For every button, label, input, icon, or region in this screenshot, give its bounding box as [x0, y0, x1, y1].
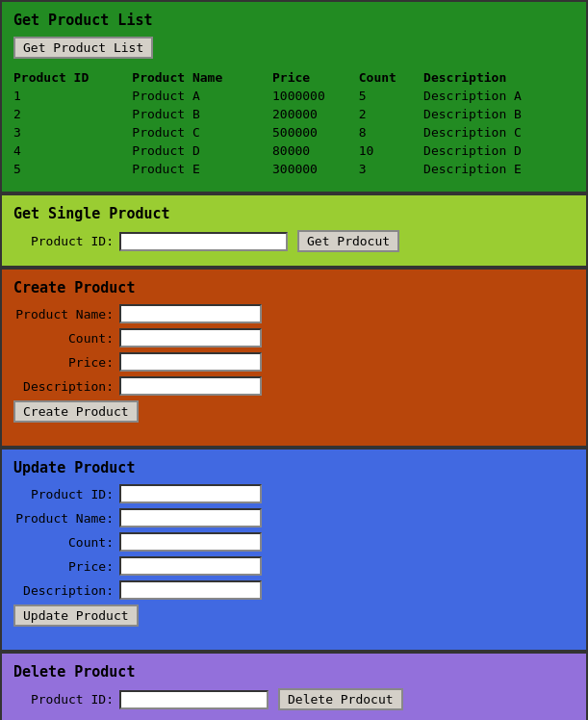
table-header-row: Product ID Product Name Price Count Desc… — [13, 68, 575, 87]
update-count-row: Count: — [13, 532, 575, 552]
cell-id: 4 — [13, 141, 132, 160]
delete-id-label: Product ID: — [13, 692, 119, 707]
col-header-count: Count — [359, 68, 423, 87]
col-header-name: Product Name — [132, 68, 272, 87]
delete-button[interactable]: Delete Prdocut — [278, 688, 403, 710]
cell-description: Description D — [423, 141, 575, 160]
cell-name: Product A — [132, 87, 272, 105]
cell-count: 3 — [359, 160, 423, 178]
update-price-input[interactable] — [119, 556, 262, 576]
get-single-row: Product ID: Get Prdocut — [13, 230, 575, 252]
update-name-row: Product Name: — [13, 508, 575, 527]
create-count-row: Count: — [13, 328, 575, 347]
delete-section: Delete Product Product ID: Delete Prdocu… — [0, 652, 588, 720]
get-single-id-label: Product ID: — [13, 234, 119, 248]
update-price-label: Price: — [13, 559, 119, 574]
cell-description: Description C — [423, 123, 575, 141]
col-header-desc: Description — [423, 68, 575, 87]
cell-count: 5 — [359, 87, 423, 105]
get-list-section: Get Product List Get Product List Produc… — [0, 0, 588, 193]
cell-price: 1000000 — [272, 87, 359, 105]
cell-id: 1 — [13, 87, 132, 105]
cell-price: 500000 — [272, 123, 359, 141]
update-id-label: Product ID: — [13, 487, 119, 501]
col-header-price: Price — [272, 68, 359, 87]
create-desc-label: Description: — [13, 379, 119, 394]
create-desc-row: Description: — [13, 376, 575, 396]
update-count-label: Count: — [13, 535, 119, 550]
create-title: Create Product — [13, 279, 575, 296]
table-row: 3Product C5000008Description C — [13, 123, 575, 141]
delete-id-input[interactable] — [119, 690, 268, 709]
get-list-title: Get Product List — [13, 12, 575, 29]
update-price-row: Price: — [13, 556, 575, 576]
cell-description: Description E — [423, 160, 575, 178]
update-count-input[interactable] — [119, 532, 262, 552]
update-desc-input[interactable] — [119, 580, 262, 600]
cell-id: 2 — [13, 105, 132, 123]
update-desc-row: Description: — [13, 580, 575, 600]
create-section: Create Product Product Name: Count: Pric… — [0, 268, 588, 448]
cell-id: 3 — [13, 123, 132, 141]
create-name-row: Product Name: — [13, 304, 575, 323]
cell-name: Product C — [132, 123, 272, 141]
update-desc-label: Description: — [13, 583, 119, 598]
create-price-row: Price: — [13, 352, 575, 372]
cell-price: 200000 — [272, 105, 359, 123]
get-single-section: Get Single Product Product ID: Get Prdoc… — [0, 193, 588, 268]
cell-count: 2 — [359, 105, 423, 123]
create-button[interactable]: Create Product — [13, 400, 139, 423]
create-price-input[interactable] — [119, 352, 262, 372]
update-section: Update Product Product ID: Product Name:… — [0, 448, 588, 652]
update-name-input[interactable] — [119, 508, 262, 527]
get-single-id-input[interactable] — [119, 232, 288, 251]
cell-price: 300000 — [272, 160, 359, 178]
table-row: 1Product A10000005Description A — [13, 87, 575, 105]
cell-id: 5 — [13, 160, 132, 178]
create-price-label: Price: — [13, 355, 119, 370]
table-row: 5Product E3000003Description E — [13, 160, 575, 178]
table-row: 2Product B2000002Description B — [13, 105, 575, 123]
delete-row: Product ID: Delete Prdocut — [13, 688, 575, 710]
cell-description: Description A — [423, 87, 575, 105]
update-id-input[interactable] — [119, 484, 262, 503]
cell-name: Product B — [132, 105, 272, 123]
cell-name: Product E — [132, 160, 272, 178]
create-count-label: Count: — [13, 331, 119, 346]
cell-price: 80000 — [272, 141, 359, 160]
product-table: Product ID Product Name Price Count Desc… — [13, 68, 575, 178]
col-header-id: Product ID — [13, 68, 132, 87]
get-single-button[interactable]: Get Prdocut — [297, 230, 399, 252]
table-row: 4Product D8000010Description D — [13, 141, 575, 160]
update-name-label: Product Name: — [13, 511, 119, 526]
cell-description: Description B — [423, 105, 575, 123]
update-id-row: Product ID: — [13, 484, 575, 503]
update-button[interactable]: Update Product — [13, 604, 139, 627]
create-name-input[interactable] — [119, 304, 262, 323]
create-count-input[interactable] — [119, 328, 262, 347]
create-name-label: Product Name: — [13, 307, 119, 321]
delete-title: Delete Product — [13, 663, 575, 681]
update-title: Update Product — [13, 459, 575, 476]
cell-count: 8 — [359, 123, 423, 141]
get-list-button[interactable]: Get Product List — [13, 37, 153, 59]
create-desc-input[interactable] — [119, 376, 262, 396]
cell-name: Product D — [132, 141, 272, 160]
get-single-title: Get Single Product — [13, 205, 575, 222]
cell-count: 10 — [359, 141, 423, 160]
